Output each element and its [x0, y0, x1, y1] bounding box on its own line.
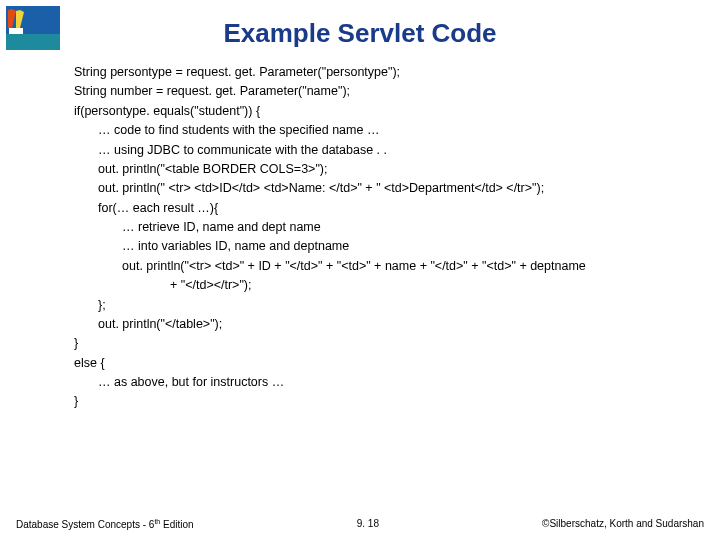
code-line: out. println("<table BORDER COLS=3>"); — [74, 160, 690, 179]
svg-rect-1 — [6, 34, 60, 50]
code-line: } — [74, 392, 690, 411]
slide-title: Example Servlet Code — [0, 0, 720, 63]
code-line: out. println("</table>"); — [74, 315, 690, 334]
code-line: + "</td></tr>"); — [74, 276, 690, 295]
code-line: out. println(" <tr> <td>ID</td> <td>Name… — [74, 179, 690, 198]
footer-left-text-a: Database System Concepts - 6 — [16, 519, 154, 530]
code-line: … code to find students with the specifi… — [74, 121, 690, 140]
code-line: else { — [74, 354, 690, 373]
code-line: String number = request. get. Parameter(… — [74, 82, 690, 101]
code-line: … using JDBC to communicate with the dat… — [74, 141, 690, 160]
code-line: for(… each result …){ — [74, 199, 690, 218]
footer-center: 9. 18 — [357, 518, 379, 530]
footer-left-text-b: Edition — [160, 519, 193, 530]
svg-rect-4 — [9, 28, 23, 34]
code-line: } — [74, 334, 690, 353]
code-line: if(persontype. equals("student")) { — [74, 102, 690, 121]
code-line: out. println("<tr> <td>" + ID + "</td>" … — [74, 257, 690, 276]
code-line: }; — [74, 296, 690, 315]
footer: Database System Concepts - 6th Edition 9… — [0, 518, 720, 530]
code-block: String persontype = request. get. Parame… — [0, 63, 720, 412]
code-line: … into variables ID, name and deptname — [74, 237, 690, 256]
slide-thumbnail-image — [6, 6, 60, 50]
code-line: … as above, but for instructors … — [74, 373, 690, 392]
footer-right: ©Silberschatz, Korth and Sudarshan — [542, 518, 704, 530]
footer-left: Database System Concepts - 6th Edition — [16, 518, 194, 530]
code-line: String persontype = request. get. Parame… — [74, 63, 690, 82]
code-line: … retrieve ID, name and dept name — [74, 218, 690, 237]
